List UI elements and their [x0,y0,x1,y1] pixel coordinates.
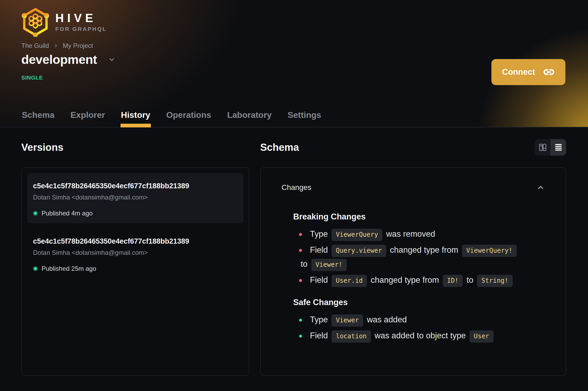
version-author: Dotan Simha <dotansimha@gmail.com> [33,194,238,201]
change-list: TypeViewerwas addedFieldlocationwas adde… [299,313,545,343]
chevron-up-icon [536,183,545,192]
versions-header: Versions [21,127,249,167]
bullet-icon [299,279,302,282]
connect-button[interactable]: Connect [491,59,565,85]
change-group: Breaking ChangesTypeViewerQuerywas remov… [293,212,545,287]
change-item: TypeViewerwas added [299,313,545,327]
schema-heading: Schema [260,142,299,153]
bullet-icon [299,335,302,338]
code-chip: Query.viewer [332,245,386,257]
changes-accordion-header[interactable]: Changes [281,183,545,192]
target-mode-badge: SINGLE [21,74,43,81]
list-view-button[interactable] [550,139,566,156]
view-toggle [535,139,566,156]
target-name: development [21,52,97,67]
target-selector-button[interactable] [107,55,117,64]
tab-operations[interactable]: Operations [166,110,212,127]
change-text: Field [310,245,328,255]
tab-bar: SchemaExplorerHistoryOperationsLaborator… [21,110,322,127]
chevron-right-icon [53,43,59,48]
brand-tagline: FOR GRAPHQL [55,26,107,32]
changes-title: Changes [281,183,311,192]
schema-header: Schema [260,127,566,167]
change-text: Field [310,331,328,340]
link-icon [543,66,555,78]
code-chip: User [470,330,494,343]
versions-column: Versions c5e4c1c5f78b26465350e4ecf677cf1… [21,127,249,376]
logo-text: HIVE FOR GRAPHQL [55,12,107,32]
page: HIVE FOR GRAPHQL The Guild My Project de… [0,0,588,391]
published-dot-icon [33,211,38,216]
site-header: HIVE FOR GRAPHQL The Guild My Project de… [0,0,588,127]
versions-list: c5e4c1c5f78b26465350e4ecf677cf188bb21389… [21,167,249,376]
change-text: Type [310,315,328,324]
change-text: changed type from [390,245,458,255]
content: Versions c5e4c1c5f78b26465350e4ecf677cf1… [0,127,588,376]
change-item: Fieldlocationwas added to object typeUse… [299,328,545,343]
tab-history[interactable]: History [121,110,151,127]
brand-name: HIVE [55,12,107,24]
version-card[interactable]: c5e4c1c5f78b26465350e4ecf677cf188bb21389… [27,173,243,223]
target-title-row: development [21,52,117,67]
list-view-icon [554,143,563,152]
version-card[interactable]: c5e4c1c5f78b26465350e4ecf677cf188bb21389… [27,228,243,278]
diff-view-button[interactable] [535,139,550,156]
change-text: was added [367,315,407,324]
code-chip: ViewerQuery! [462,245,516,257]
change-text: to [466,275,473,285]
change-text: was removed [386,229,435,239]
code-chip: ViewerQuery [332,229,382,241]
change-item: TypeViewerQuerywas removed [299,227,545,241]
change-item: FieldUser.idchanged type fromID!toString… [299,273,545,287]
changes-panel: Changes Breaking ChangesTypeViewerQueryw… [260,167,566,376]
version-status: Published 4m ago [33,210,238,217]
tab-schema[interactable]: Schema [21,110,55,127]
code-chip: User.id [332,275,367,287]
change-group: Safe ChangesTypeViewerwas addedFieldloca… [293,298,545,343]
version-status-text: Published 25m ago [42,265,96,272]
breadcrumb: The Guild My Project [21,42,93,49]
version-hash: c5e4c1c5f78b26465350e4ecf677cf188bb21389 [33,182,238,190]
schema-column: Schema [260,127,566,376]
code-chip: Viewer [332,314,363,327]
change-group-title: Breaking Changes [293,212,545,222]
version-author: Dotan Simha <dotansimha@gmail.com> [33,249,238,256]
change-text: to [301,259,308,269]
code-chip: String! [477,275,512,287]
change-text: was added to object type [375,331,466,340]
published-dot-icon [33,266,38,271]
change-text: Type [310,229,328,239]
tab-settings[interactable]: Settings [287,110,322,127]
breadcrumb-org[interactable]: The Guild [21,42,49,49]
code-chip: location [332,330,371,343]
version-status-text: Published 4m ago [42,210,93,217]
hive-logo[interactable]: HIVE FOR GRAPHQL [21,7,107,37]
change-item: FieldQuery.viewerchanged type fromViewer… [299,243,545,271]
columns-view-icon [538,143,548,152]
hive-hexagon-icon [21,7,50,37]
bullet-icon [299,319,302,322]
bullet-icon [299,233,302,236]
connect-button-label: Connect [502,67,535,77]
tab-explorer[interactable]: Explorer [70,110,106,127]
versions-heading: Versions [21,142,63,153]
tab-laboratory[interactable]: Laboratory [227,110,272,127]
chevron-down-icon [108,56,115,63]
changes-body: Breaking ChangesTypeViewerQuerywas remov… [293,212,545,343]
breadcrumb-project[interactable]: My Project [63,42,93,49]
change-group-title: Safe Changes [293,298,545,307]
bullet-icon [299,249,302,252]
code-chip: ID! [443,275,463,287]
code-chip: Viewer! [311,259,347,271]
version-hash: c5e4c1c5f78b26465350e4ecf677cf188bb21389 [33,237,238,246]
change-list: TypeViewerQuerywas removedFieldQuery.vie… [299,227,545,287]
version-status: Published 25m ago [33,265,238,272]
change-text: Field [310,275,328,285]
change-text: changed type from [371,275,439,285]
